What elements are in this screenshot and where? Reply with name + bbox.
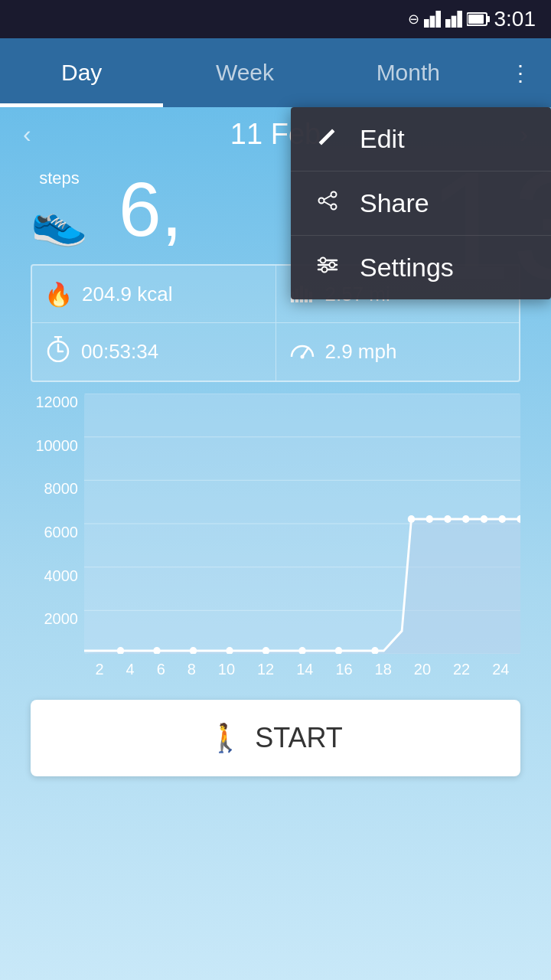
svg-point-52 (321, 258, 326, 263)
svg-point-54 (322, 267, 328, 273)
x-label-24: 24 (492, 661, 509, 678)
svg-point-37 (408, 515, 416, 523)
share-label: Share (360, 188, 429, 218)
svg-point-42 (499, 515, 507, 523)
svg-point-41 (481, 515, 488, 523)
stat-speed: 2.9 mph (276, 323, 520, 381)
svg-line-47 (324, 196, 331, 200)
share-icon (314, 190, 341, 217)
settings-label: Settings (360, 253, 454, 283)
svg-marker-5 (457, 11, 462, 28)
signal1-icon (424, 11, 441, 28)
dropdown-item-edit[interactable]: Edit (291, 107, 551, 172)
svg-point-44 (331, 192, 337, 198)
do-not-disturb-icon: ⊖ (408, 11, 419, 28)
svg-point-39 (444, 515, 452, 523)
dropdown-item-settings[interactable]: Settings (291, 236, 551, 299)
x-label-14: 14 (296, 661, 313, 678)
speed-icon (289, 338, 316, 365)
tab-day[interactable]: Day (0, 38, 163, 107)
svg-point-35 (335, 647, 343, 654)
svg-rect-8 (468, 15, 484, 24)
speed-value: 2.9 mph (325, 340, 397, 364)
edit-icon (314, 126, 341, 152)
tab-bar: Day Week Month ⋮ (0, 38, 551, 107)
svg-point-36 (371, 647, 379, 654)
tab-month[interactable]: Month (327, 38, 490, 107)
x-label-16: 16 (335, 661, 352, 678)
svg-point-46 (331, 204, 337, 210)
svg-marker-1 (429, 16, 435, 28)
svg-marker-2 (435, 11, 441, 28)
battery-icon (467, 11, 490, 27)
dropdown-menu: Edit Share Settings (291, 107, 551, 299)
status-time: 3:01 (494, 7, 536, 31)
svg-point-53 (330, 263, 335, 268)
menu-button[interactable]: ⋮ (490, 38, 551, 107)
overlay-dim (0, 107, 291, 980)
svg-marker-0 (424, 19, 429, 28)
svg-marker-4 (451, 16, 456, 28)
settings-icon (314, 254, 341, 281)
tab-week[interactable]: Week (163, 38, 326, 107)
svg-rect-7 (487, 16, 490, 22)
x-label-18: 18 (375, 661, 392, 678)
status-bar: ⊖ 3:01 (0, 0, 551, 38)
status-icons: ⊖ 3:01 (408, 7, 536, 31)
dropdown-item-share[interactable]: Share (291, 172, 551, 236)
x-label-22: 22 (453, 661, 470, 678)
signal2-icon (445, 11, 462, 28)
svg-marker-3 (445, 19, 451, 28)
svg-point-38 (426, 515, 434, 523)
svg-point-40 (462, 515, 470, 523)
edit-label: Edit (360, 124, 405, 154)
svg-point-45 (319, 198, 324, 204)
svg-point-20 (300, 355, 304, 359)
x-label-20: 20 (414, 661, 431, 678)
svg-line-48 (324, 202, 331, 206)
svg-point-34 (298, 647, 306, 654)
